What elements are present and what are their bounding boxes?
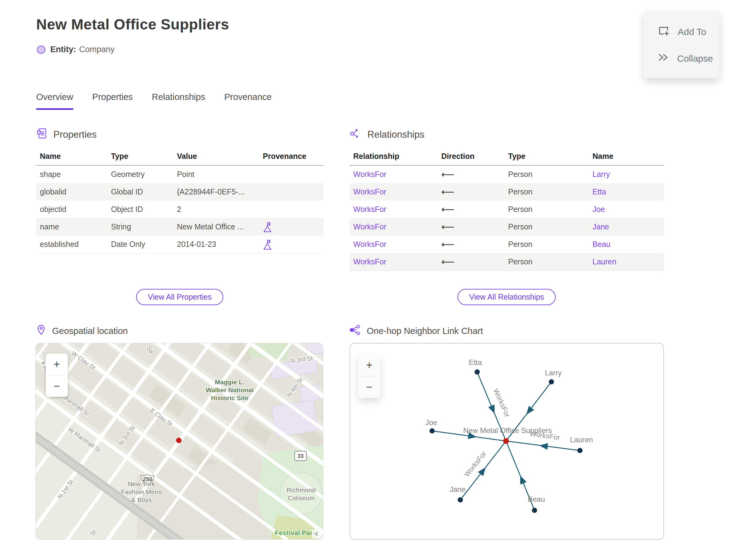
node-etta[interactable] (475, 370, 480, 375)
relationship-link[interactable]: WorksFor (350, 170, 438, 179)
geospatial-section-title: Geospatial location (52, 326, 128, 336)
prop-type: Global ID (107, 187, 173, 196)
rel-type: Person (504, 240, 589, 249)
view-all-properties-button[interactable]: View All Properties (136, 289, 223, 305)
chart-zoom-control: + − (358, 355, 380, 398)
zoom-out-button[interactable]: − (358, 376, 380, 398)
table-row: globalid Global ID {A228944F-0EF5-... (36, 183, 324, 201)
relationships-section-header: Relationships (350, 128, 424, 142)
properties-table-header: Name Type Value Provenance (36, 147, 324, 166)
table-row: established Date Only 2014-01-23 (36, 236, 324, 253)
poi-label: Maggie L. (215, 378, 245, 385)
relationship-link[interactable]: WorksFor (350, 240, 438, 249)
node-jane[interactable] (458, 497, 463, 503)
view-all-relationships-button[interactable]: View All Relationships (458, 289, 556, 305)
zoom-out-button[interactable]: − (46, 375, 68, 397)
table-row: WorksFor ⟵ Person Joe (350, 201, 664, 218)
table-row: name String New Metal Office ... (36, 218, 324, 236)
collapse-label: Collapse (677, 53, 713, 64)
link-chart-section-header: One-hop Neighbor Link Chart (350, 324, 483, 338)
relationship-link[interactable]: WorksFor (350, 257, 438, 266)
rel-type: Person (504, 205, 589, 214)
edge-label: WorksFor (462, 450, 488, 478)
entity-label: Entity: (50, 45, 76, 54)
prop-name: globalid (36, 187, 107, 196)
route-33-label: 33 (297, 453, 304, 459)
chevron-double-right-icon (657, 52, 669, 64)
node-lauren[interactable] (577, 448, 583, 453)
node-center[interactable] (503, 438, 509, 444)
entity-link[interactable]: Larry (589, 170, 664, 179)
properties-table: Name Type Value Provenance shape Geometr… (36, 147, 324, 253)
entity-link[interactable]: Joe (589, 205, 664, 214)
col-name: Name (36, 152, 107, 161)
properties-section-title: Properties (53, 129, 97, 140)
rel-type: Person (504, 257, 589, 266)
provenance-flag-icon[interactable] (259, 221, 324, 232)
direction-arrow: ⟵ (438, 256, 504, 267)
prop-name: name (36, 222, 107, 231)
provenance-flag-icon[interactable] (259, 239, 324, 250)
col-type: Type (107, 152, 173, 161)
zoom-in-button[interactable]: + (358, 355, 380, 376)
collapse-button[interactable]: Collapse (657, 52, 719, 64)
add-to-button[interactable]: Add To (657, 25, 719, 39)
relationship-link[interactable]: WorksFor (350, 187, 438, 196)
link-chart-canvas[interactable]: WorksFor WorksFor WorksFor Etta Larry Jo… (350, 343, 664, 540)
link-chart-section-title: One-hop Neighbor Link Chart (367, 326, 483, 336)
entity-link[interactable]: Beau (589, 240, 664, 249)
direction-arrow: ⟵ (438, 221, 504, 232)
col-name: Name (589, 152, 664, 161)
tab-provenance[interactable]: Provenance (224, 92, 272, 110)
direction-arrow: ⟵ (438, 186, 504, 197)
prop-value: {A228944F-0EF5-... (173, 187, 259, 196)
prop-type: Geometry (107, 170, 173, 179)
tab-relationships[interactable]: Relationships (152, 92, 205, 110)
entity-link[interactable]: Jane (589, 222, 664, 231)
relationships-icon (350, 128, 361, 142)
prop-type: Object ID (107, 205, 173, 214)
rel-type: Person (504, 170, 589, 179)
prop-value: New Metal Office ... (173, 222, 259, 231)
node-label: Larry (545, 369, 562, 377)
entity-link[interactable]: Etta (589, 187, 664, 196)
entity-detail-page: New Metal Office Suppliers Entity: Compa… (0, 0, 736, 560)
attribution-toggle[interactable] (312, 530, 322, 538)
poi-label: Walker National (206, 386, 254, 393)
col-direction: Direction (438, 152, 504, 161)
prop-name: shape (36, 170, 107, 179)
prop-type: Date Only (107, 240, 173, 249)
table-row: shape Geometry Point (36, 166, 324, 183)
map-zoom-control: + − (46, 354, 68, 397)
relationships-table-header: Relationship Direction Type Name (350, 147, 664, 166)
poi-label: Richmond (287, 486, 316, 493)
properties-section-header: Properties (36, 128, 97, 142)
table-row: WorksFor ⟵ Person Etta (350, 183, 664, 201)
node-joe[interactable] (430, 428, 435, 434)
add-to-label: Add To (678, 27, 706, 37)
tab-bar: Overview Properties Relationships Proven… (36, 92, 272, 110)
map-canvas[interactable]: 250 33 k Rd W Clay St Sa Marshall St W M… (35, 343, 324, 540)
table-row: WorksFor ⟵ Person Larry (350, 166, 664, 183)
node-label: Joe (425, 418, 437, 427)
node-label: Lauren (570, 435, 593, 444)
relationship-link[interactable]: WorksFor (350, 205, 438, 214)
node-label: Etta (469, 358, 482, 366)
node-label: Jane (450, 485, 466, 493)
location-marker[interactable] (176, 438, 182, 443)
prop-value: 2 (173, 205, 259, 214)
tab-properties[interactable]: Properties (92, 92, 133, 110)
node-beau[interactable] (532, 508, 537, 513)
zoom-in-button[interactable]: + (46, 354, 68, 375)
relationship-link[interactable]: WorksFor (350, 222, 438, 231)
table-row: objectid Object ID 2 (36, 201, 324, 218)
prop-type: String (107, 222, 173, 231)
page-title: New Metal Office Suppliers (36, 16, 229, 33)
poi-label: Festival Park (275, 529, 317, 537)
node-larry[interactable] (549, 379, 554, 385)
entity-link[interactable]: Lauren (589, 257, 664, 266)
node-label: Beau (528, 495, 545, 503)
direction-arrow: ⟵ (438, 239, 504, 250)
entity-type-value: Company (79, 45, 115, 54)
tab-overview[interactable]: Overview (36, 92, 73, 110)
